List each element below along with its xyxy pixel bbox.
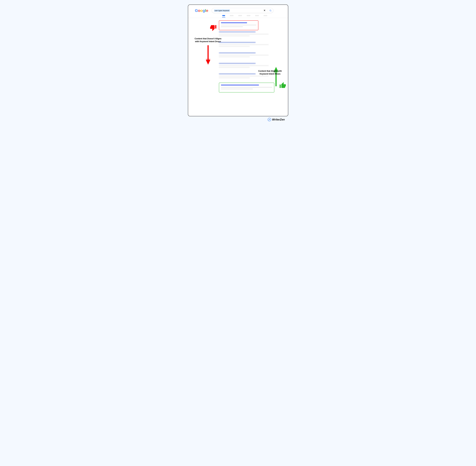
- tab-item[interactable]: [230, 15, 233, 16]
- clear-icon[interactable]: ✕: [263, 9, 267, 12]
- logo-o2: o: [200, 8, 203, 13]
- search-bar[interactable]: user types keyword ✕: [212, 8, 273, 13]
- result-placeholder: [219, 62, 269, 70]
- result-bad: [219, 20, 258, 30]
- result-title: [219, 53, 256, 53]
- result-snippet: [219, 57, 250, 57]
- tab-item[interactable]: [238, 15, 242, 16]
- google-logo: G o o g l e: [195, 8, 208, 13]
- result-title: [219, 63, 256, 64]
- search-icon[interactable]: [269, 9, 272, 12]
- tab-item[interactable]: [255, 15, 259, 16]
- search-divider: [268, 9, 268, 12]
- result-placeholder: [219, 51, 269, 60]
- result-snippet: [219, 34, 269, 35]
- serp-window: G o o g l e user types keyword ✕: [188, 5, 288, 116]
- thumbs-up-icon: [279, 82, 286, 89]
- result-snippet: [219, 44, 269, 45]
- tab-item[interactable]: [247, 15, 250, 16]
- tab-item[interactable]: [264, 15, 267, 16]
- search-input[interactable]: user types keyword: [214, 9, 230, 12]
- result-placeholder: [219, 41, 269, 50]
- brand-name: WriterZen: [272, 118, 285, 121]
- logo-o1: o: [198, 8, 200, 13]
- brand-logo-icon: [268, 118, 271, 121]
- result-title: [219, 32, 256, 32]
- results-area: Content that Doesn't Aligns with Keyword…: [188, 18, 288, 93]
- result-title: [221, 23, 247, 23]
- result-title: [221, 85, 259, 85]
- result-snippet: [219, 46, 250, 47]
- arrow-down-icon: [205, 45, 211, 65]
- label-rises: Content that Aligns with Keyword Intent …: [256, 70, 284, 75]
- result-snippet: [221, 25, 256, 25]
- logo-g: G: [195, 8, 198, 13]
- search-tabs: [188, 13, 288, 16]
- search-header: G o o g l e user types keyword ✕: [188, 8, 288, 13]
- result-snippet: [219, 65, 269, 66]
- result-snippet: [219, 78, 250, 78]
- svg-marker-4: [206, 60, 210, 65]
- result-snippet: [219, 35, 250, 36]
- result-good: [219, 83, 274, 93]
- result-snippet: [221, 89, 253, 89]
- result-snippet: [219, 55, 269, 55]
- logo-g2: g: [203, 8, 205, 13]
- result-snippet: [219, 76, 269, 76]
- result-snippet: [221, 26, 243, 27]
- label-drops: Content that Doesn't Aligns with Keyword…: [193, 37, 223, 43]
- brand-footer: WriterZen: [268, 118, 286, 121]
- result-snippet: [221, 87, 272, 88]
- svg-rect-2: [208, 45, 209, 60]
- thumbs-down-icon: [210, 24, 217, 32]
- tab-all[interactable]: [222, 15, 225, 16]
- logo-l: l: [205, 8, 206, 13]
- logo-e: e: [206, 8, 208, 13]
- result-title: [219, 73, 256, 74]
- result-placeholder: [219, 30, 269, 39]
- search-input-wrap: user types keyword: [214, 9, 261, 12]
- result-snippet: [219, 67, 250, 68]
- result-title: [219, 42, 256, 43]
- svg-line-1: [271, 11, 271, 11]
